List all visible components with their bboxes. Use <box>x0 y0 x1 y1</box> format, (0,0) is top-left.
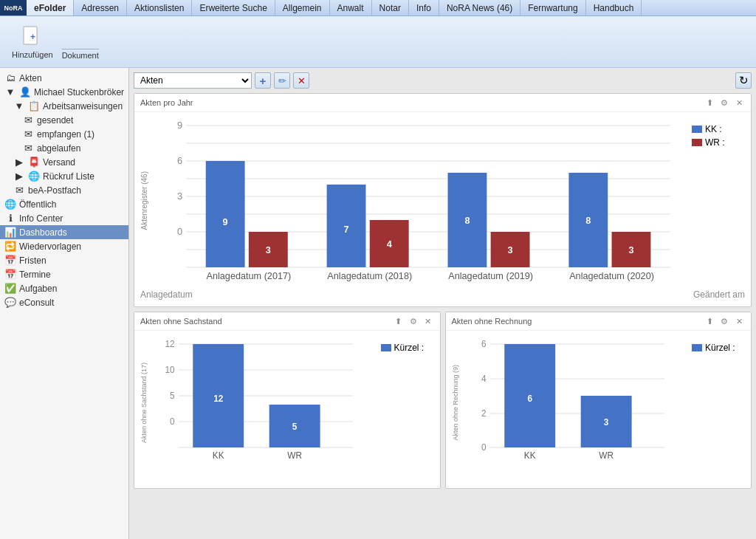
filter-delete-button[interactable]: ✕ <box>293 72 309 89</box>
sidebar-item-empfangen[interactable]: ✉ empfangen (1) <box>0 127 128 141</box>
nav-handbuch[interactable]: Handbuch <box>586 0 642 16</box>
sidebar-item-oeffentlich[interactable]: 🌐 Öffentlich <box>0 197 128 211</box>
sidebar-item-termine[interactable]: 📅 Termine <box>0 267 128 281</box>
filter-edit-button[interactable]: ✏ <box>274 72 290 89</box>
chart-rechnung-header: Akten ohne Rechnung ⬆ ⚙ ✕ <box>446 312 752 331</box>
chart-sachstand-body: Akten ohne Sachstand (17) <box>134 331 440 475</box>
sidebar-item-wiedervorlagen[interactable]: 🔁 Wiedervorlagen <box>0 239 128 253</box>
filter-bar: Akten + ✏ ✕ ↻ <box>134 72 752 89</box>
nav-erweiterte-suche[interactable]: Erweiterte Suche <box>192 0 275 16</box>
legend-kuerzel-sachstand-label: Kürzel : <box>394 343 425 353</box>
chart-akten-close-btn[interactable]: ✕ <box>733 97 745 109</box>
dokument-label: Dokument <box>62 49 99 60</box>
svg-text:3: 3 <box>628 245 633 255</box>
sidebar-item-fristen[interactable]: 📅 Fristen <box>0 253 128 267</box>
sidebar-item-econsult[interactable]: 💬 eConsult <box>0 295 128 309</box>
svg-text:0: 0 <box>170 416 175 427</box>
svg-text:8: 8 <box>464 216 470 226</box>
svg-rect-15 <box>206 161 245 267</box>
sidebar-item-econsult-label: eConsult <box>19 298 54 308</box>
chart-rechnung-svg: 6 4 2 0 6 3 KK WR <box>468 337 687 469</box>
legend-kk: KK : <box>692 124 739 134</box>
sidebar-item-infocenter[interactable]: ℹ Info Center <box>0 211 128 225</box>
hinzufuegen-button[interactable]: + Hinzufügen <box>6 22 59 62</box>
chart-sachstand-svg: 12 10 5 0 12 5 KK <box>157 337 375 469</box>
sidebar-item-akten[interactable]: 🗂 Akten <box>0 71 128 85</box>
sidebar-item-bea[interactable]: ✉ beA-Postfach <box>0 183 128 197</box>
legend-kuerzel-rechnung-color <box>692 344 702 351</box>
chart-sachstand-settings-btn[interactable]: ⚙ <box>408 315 419 327</box>
aufgaben-icon: ✅ <box>4 283 16 294</box>
chart-akten-pro-jahr: Akten pro Jahr ⬆ ⚙ ✕ Aktenregister (46) <box>134 93 752 307</box>
filter-add-button[interactable]: + <box>255 72 271 89</box>
filter-refresh-button[interactable]: ↻ <box>735 72 752 89</box>
chart-rechnung-body: Akten ohne Rechnung (9) 6 <box>446 331 752 475</box>
chart-akten-title: Akten pro Jahr <box>140 98 704 107</box>
hinzufuegen-icon: + <box>21 25 44 49</box>
nav-fernwartung[interactable]: Fernwartung <box>520 0 585 16</box>
svg-text:3: 3 <box>603 417 608 428</box>
nav-allgemein[interactable]: Allgemein <box>275 0 330 16</box>
sidebar-item-wiedervorlagen-label: Wiedervorlagen <box>19 241 81 252</box>
mail-icon-empfangen: ✉ <box>22 128 34 140</box>
sidebar-item-arbeitsanweisungen[interactable]: ▼ 📋 Arbeitsanweisungen <box>0 99 128 113</box>
toolbar: + Hinzufügen Dokument <box>0 16 756 68</box>
filter-select[interactable]: Akten <box>134 72 252 89</box>
nav-aktionslisten[interactable]: Aktionslisten <box>127 0 192 16</box>
nav-efolder[interactable]: eFolder <box>27 0 74 16</box>
svg-text:9: 9 <box>177 120 182 131</box>
sidebar-item-versand[interactable]: ▶ 📮 Versand <box>0 155 128 169</box>
svg-text:10: 10 <box>165 365 175 375</box>
chart-sachstand-close-btn[interactable]: ✕ <box>422 315 434 327</box>
nav-nora-news[interactable]: NoRA News (46) <box>439 0 520 16</box>
arbeitsanweisungen-icon: 📋 <box>28 100 40 111</box>
svg-text:Anlagedatum (2017): Anlagedatum (2017) <box>206 271 291 281</box>
svg-text:KK: KK <box>213 450 224 461</box>
chart-rechnung-legend: Kürzel : <box>686 337 745 469</box>
sidebar-item-abgelaufen[interactable]: ✉ abgelaufen <box>0 141 128 155</box>
svg-text:2: 2 <box>481 408 487 419</box>
chart-sachstand-header: Akten ohne Sachstand ⬆ ⚙ ✕ <box>134 312 440 331</box>
chart-akten-header: Akten pro Jahr ⬆ ⚙ ✕ <box>134 94 751 112</box>
chart-rechnung-close-btn[interactable]: ✕ <box>733 315 745 327</box>
arrow-versand-icon: ▶ <box>13 157 25 168</box>
rueckruf-icon: 🌐 <box>28 171 40 182</box>
chart-akten-footer-right: Geändert am <box>693 289 745 300</box>
legend-kuerzel-sachstand: Kürzel : <box>381 343 428 353</box>
main-area: 🗂 Akten ▼ 👤 Michael Stuckenbröker ▼ 📋 Ar… <box>0 68 756 539</box>
chart-sachstand-export-btn[interactable]: ⬆ <box>393 315 405 327</box>
svg-text:5: 5 <box>292 422 298 432</box>
legend-wr-label: WR : <box>705 137 725 148</box>
sidebar-item-termine-label: Termine <box>19 270 51 280</box>
sidebar-item-dashboards[interactable]: 📊 Dashboards <box>0 225 128 239</box>
sidebar-item-aufgaben[interactable]: ✅ Aufgaben <box>0 281 128 295</box>
legend-kuerzel-rechnung: Kürzel : <box>692 343 739 353</box>
sidebar-item-rueckruf-label: Rückruf Liste <box>43 171 94 182</box>
sidebar-item-gesendet[interactable]: ✉ gesendet <box>0 113 128 127</box>
svg-text:Anlagedatum (2019): Anlagedatum (2019) <box>448 271 533 281</box>
sidebar-item-michael[interactable]: ▼ 👤 Michael Stuckenbröker <box>0 85 128 99</box>
nav-info[interactable]: Info <box>409 0 439 16</box>
nav-anwalt[interactable]: Anwalt <box>330 0 372 16</box>
sidebar-item-rueckruf[interactable]: ▶ 🌐 Rückruf Liste <box>0 169 128 183</box>
chart-akten-export-btn[interactable]: ⬆ <box>704 97 715 109</box>
legend-kk-color <box>692 126 702 133</box>
svg-text:KK: KK <box>523 450 535 461</box>
svg-text:4: 4 <box>481 374 487 384</box>
nav-notar[interactable]: Notar <box>372 0 409 16</box>
mail-icon-abgelaufen: ✉ <box>22 143 34 154</box>
chart-rechnung-export-btn[interactable]: ⬆ <box>704 315 715 327</box>
sidebar-item-fristen-label: Fristen <box>19 255 47 266</box>
chart-rechnung-settings-btn[interactable]: ⚙ <box>718 315 730 327</box>
svg-text:3: 3 <box>266 245 271 255</box>
sidebar-item-dashboards-label: Dashboards <box>19 227 67 238</box>
nav-adressen[interactable]: Adressen <box>74 0 127 16</box>
chart-akten-settings-btn[interactable]: ⚙ <box>718 97 730 109</box>
sidebar-item-empfangen-label: empfangen (1) <box>37 129 94 140</box>
fristen-icon: 📅 <box>4 255 16 266</box>
oeffentlich-icon: 🌐 <box>4 199 16 210</box>
legend-kuerzel-rechnung-label: Kürzel : <box>705 343 735 353</box>
chart-ohne-rechnung: Akten ohne Rechnung ⬆ ⚙ ✕ Akten ohne Rec… <box>445 312 752 489</box>
top-navigation: NoRA eFolder Adressen Aktionslisten Erwe… <box>0 0 756 16</box>
sidebar-item-akten-label: Akten <box>19 73 42 83</box>
